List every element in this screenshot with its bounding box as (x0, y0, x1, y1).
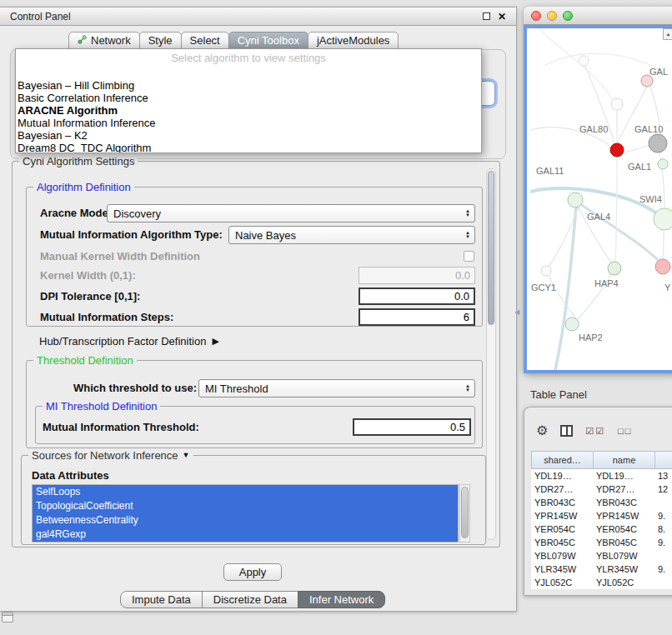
network-edge (615, 157, 617, 262)
minimize-traffic-light-icon[interactable] (547, 11, 557, 21)
table-row[interactable]: YDR27…YDR27…12 (531, 482, 672, 496)
tab-jactivemodules[interactable]: jActiveModules (308, 32, 399, 49)
tab-select[interactable]: Select (181, 32, 229, 49)
network-scroll-up-button[interactable]: ▲ (663, 28, 672, 40)
algorithm-option[interactable]: Bayesian – Hill Climbing (16, 79, 481, 92)
mi-steps-field[interactable]: 6 (359, 308, 475, 326)
mi-threshold-label: Mutual Information Threshold: (43, 418, 199, 437)
network-node[interactable] (655, 259, 670, 274)
node-table: shared…name YDL19…YDL19…13YDR27…YDR27…12… (531, 451, 672, 589)
table-cell: YPR145W (593, 509, 654, 522)
table-cell: YBR043C (593, 496, 654, 509)
scrollbar-thumb[interactable] (488, 171, 494, 325)
control-panel-titlebar[interactable]: Control Panel ✕ (0, 8, 516, 26)
close-traffic-light-icon[interactable] (531, 11, 541, 21)
select-all-columns-icon[interactable]: ☑☑ (585, 426, 605, 437)
data-attribute-item[interactable]: SelfLoops (33, 485, 458, 499)
table-column-header[interactable] (655, 452, 672, 468)
table-cell: 12 (654, 482, 672, 496)
node-label: GAL (649, 67, 668, 77)
network-node[interactable] (654, 208, 672, 230)
apply-button[interactable]: Apply (223, 563, 282, 581)
aracne-mode-select[interactable]: Discovery ▲▼ (107, 204, 475, 222)
which-threshold-select[interactable]: MI Threshold ▲▼ (198, 379, 475, 398)
network-node[interactable] (541, 266, 551, 276)
network-window-titlebar[interactable] (524, 7, 672, 25)
algorithm-option[interactable]: ARACNE Algorithm (16, 104, 481, 117)
tab-label: Network (91, 34, 131, 47)
settings-scrollbar[interactable] (486, 168, 496, 540)
data-attribute-item[interactable]: gal4RGexp (33, 528, 458, 542)
table-cell: 9. (654, 536, 672, 549)
tab-label: jActiveModules (317, 34, 389, 47)
pane-splitter-arrow[interactable]: ◀ (514, 308, 519, 316)
float-window-icon[interactable] (483, 12, 490, 20)
hub-definition-toggle[interactable]: Hub/Transcription Factor Definition ▶ (39, 335, 219, 348)
data-attribute-item[interactable]: BetweennessCentrality (33, 513, 458, 528)
tab-style[interactable]: Style (139, 32, 182, 49)
table-cell: YPR145W (531, 509, 593, 522)
table-row[interactable]: YDL19…YDL19…13 (531, 469, 672, 482)
network-node[interactable] (610, 143, 624, 157)
network-node[interactable] (579, 56, 589, 66)
algorithm-option[interactable]: Basic Correlation Inference (16, 92, 481, 104)
table-row[interactable]: YBL079WYBL079W (531, 549, 672, 562)
table-cell: 13 (654, 469, 672, 482)
network-canvas[interactable]: GALGAL80GAL10GAL11GAL1SWI4GAL4GCY1HAP4YH… (524, 25, 672, 373)
network-node[interactable] (611, 98, 623, 110)
data-attributes-label: Data Attributes (32, 469, 109, 482)
table-row[interactable]: YER054CYER054C8. (531, 522, 672, 536)
network-edge (624, 145, 649, 152)
sources-group-toggle[interactable]: Sources for Network Inference ▼ (28, 449, 193, 462)
algorithm-option[interactable]: Mutual Information Inference (16, 117, 481, 129)
table-row[interactable]: YLR345WYLR345W9. (531, 562, 672, 576)
table-column-header[interactable]: shared… (532, 452, 594, 468)
network-node[interactable] (568, 192, 583, 208)
aracne-mode-value: Discovery (108, 208, 461, 220)
algorithm-option-list: Bayesian – Hill ClimbingBasic Correlatio… (16, 79, 481, 153)
mi-steps-value: 6 (464, 311, 469, 323)
table-cell: YER054C (531, 522, 593, 536)
network-node[interactable] (641, 75, 653, 87)
algorithm-option[interactable]: Bayesian – K2 (16, 129, 481, 142)
table-row[interactable]: YBR045CYBR045C9. (531, 536, 672, 549)
table-row[interactable]: YPR145WYPR145W9. (531, 509, 672, 522)
table-cell: YJL052C (531, 576, 593, 589)
node-label: HAP4 (594, 278, 619, 288)
scrollbar-thumb[interactable] (461, 487, 469, 538)
table-cell: YBL079W (593, 549, 654, 562)
columns-icon[interactable] (560, 425, 573, 437)
close-icon[interactable]: ✕ (498, 12, 506, 22)
titlebar-icons: ✕ (483, 12, 506, 22)
network-node[interactable] (658, 159, 668, 169)
table-cell: YDR27… (531, 482, 593, 496)
table-row[interactable]: YBR043CYBR043C (531, 496, 672, 509)
tab-network[interactable]: Network (68, 32, 140, 49)
attributes-list-scrollbar[interactable] (459, 484, 470, 542)
mi-threshold-field[interactable]: 0.5 (353, 418, 471, 436)
data-attribute-item[interactable]: TopologicalCoefficient (33, 499, 458, 513)
tab-discretize-data[interactable]: Discretize Data (202, 591, 298, 608)
network-node[interactable] (565, 318, 579, 331)
network-node[interactable] (608, 262, 621, 275)
node-label: GAL4 (587, 212, 610, 222)
deselect-all-columns-icon[interactable]: □□ (618, 426, 632, 436)
tab-infer-network[interactable]: Infer Network (298, 591, 385, 608)
dpi-tolerance-field[interactable]: 0.0 (359, 288, 475, 305)
network-edge (663, 230, 664, 259)
table-row[interactable]: YJL052CYJL052C (531, 576, 672, 589)
gear-icon[interactable]: ⚙ (536, 424, 548, 438)
tab-impute-data[interactable]: Impute Data (120, 591, 203, 608)
algorithm-option[interactable]: Dream8 DC_TDC Algorithm (16, 142, 481, 153)
minimized-panel-icon[interactable] (2, 612, 13, 622)
scroll-up-icon: ▲ (666, 32, 671, 37)
algorithm-definition-group: Algorithm Definition Aracne Mode: Discov… (26, 187, 483, 327)
zoom-traffic-light-icon[interactable] (563, 11, 573, 21)
tab-cyni-toolbox[interactable]: Cyni Toolbox (228, 32, 308, 49)
tab-label: Select (190, 34, 220, 47)
mi-algorithm-type-select[interactable]: Naive Bayes ▲▼ (228, 226, 475, 244)
network-node[interactable] (649, 134, 667, 152)
table-column-header[interactable]: name (594, 452, 655, 468)
table-cell: YLR345W (531, 562, 593, 576)
node-label: SWI4 (639, 194, 662, 204)
